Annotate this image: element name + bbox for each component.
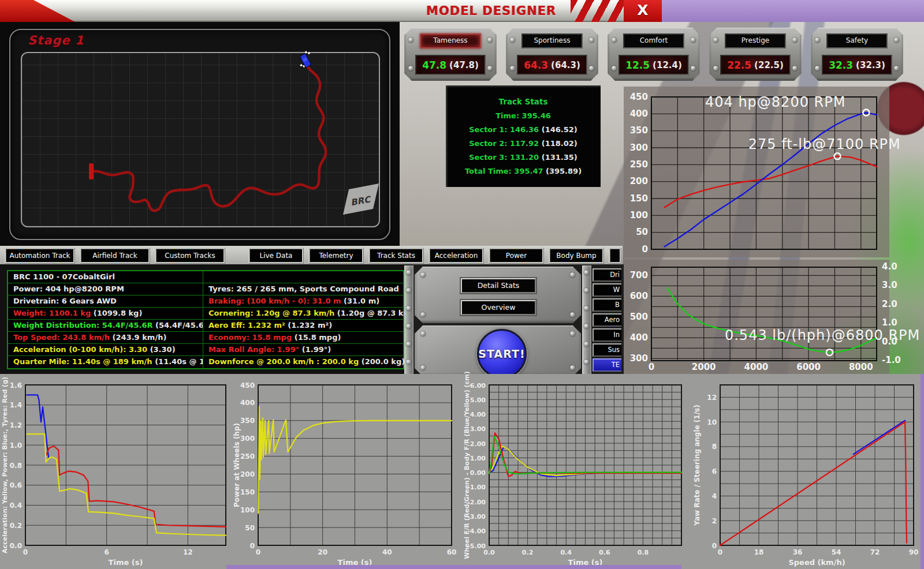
x-tick-label: 8000 bbox=[849, 362, 873, 372]
screw-icon bbox=[510, 66, 515, 71]
y-tick-label: 1.6 bbox=[10, 381, 22, 390]
gauge-reading: 22.5 bbox=[727, 59, 751, 71]
table-cell: Cornering: 1.20g @ 87.3 km/h (1.20g @ 87… bbox=[203, 308, 423, 319]
gauge-label-comfort[interactable]: Comfort bbox=[623, 33, 684, 48]
start-button[interactable]: START! bbox=[477, 329, 527, 379]
y-tick-label: 150 bbox=[630, 193, 648, 204]
table-row: Acceleration (0-100 km/h): 3.30 (3.30)Ma… bbox=[8, 344, 423, 356]
gauge-row: Tameness47.8(47.8)Sportiness64.3(64.3)Co… bbox=[404, 28, 903, 81]
screw-icon bbox=[584, 324, 589, 329]
screw-icon bbox=[406, 288, 411, 293]
screw-icon bbox=[570, 312, 575, 317]
x-axis-title: Speed (km/h) bbox=[788, 558, 845, 567]
y-tick-label: 4 bbox=[712, 492, 717, 500]
gauge-label-tameness[interactable]: Tameness bbox=[420, 33, 481, 48]
screw-icon bbox=[713, 66, 718, 71]
table-row: Top Speed: 243.8 km/h (243.9 km/h)Econom… bbox=[8, 332, 423, 344]
y-tick-label: 12 bbox=[707, 394, 717, 402]
y-tick-label: 50 bbox=[636, 227, 648, 237]
gauge-reading-paren: (12.4) bbox=[653, 60, 682, 70]
setup-button-aero[interactable]: Aero bbox=[593, 313, 621, 327]
y-tick-label: 350 bbox=[240, 417, 255, 425]
track-stats-panel: Track Stats Time: 395.46Sector 1: 146.36… bbox=[446, 85, 601, 187]
x-tick-label: 20 bbox=[318, 548, 327, 556]
annotation-label: 0.543 lb/(hph)@6800 RPM bbox=[725, 327, 920, 343]
screw-icon bbox=[570, 331, 575, 336]
gauge-label-sportiness[interactable]: Sportiness bbox=[521, 33, 583, 48]
y-tick-label: 0.2 bbox=[10, 522, 22, 530]
tab-track-stats[interactable]: Track Stats bbox=[368, 248, 424, 264]
overview-button[interactable]: Overview bbox=[461, 300, 536, 315]
table-cell: Quarter Mile: 11.40s @ 189 km/h (11.40s … bbox=[8, 356, 203, 368]
y-tick-label: 1.4 bbox=[10, 401, 22, 409]
table-cell: Power: 404 hp@8200 RPM bbox=[8, 283, 203, 295]
table-cell: Downforce @ 200.0 km/h : 200.0 kg (200.0… bbox=[203, 356, 423, 368]
gauge-safety: Safety32.3(32.3) bbox=[811, 28, 903, 81]
setup-button-sus[interactable]: Sus bbox=[593, 343, 621, 357]
gauge-value-safety: 32.3(32.3) bbox=[822, 55, 892, 75]
screw-icon bbox=[406, 360, 411, 365]
series-power-hp bbox=[665, 113, 877, 246]
gauge-value-prestige: 22.5(22.5) bbox=[720, 55, 791, 75]
screw-icon bbox=[420, 331, 426, 336]
tab-partial[interactable] bbox=[609, 248, 621, 264]
tab-power[interactable]: Power bbox=[489, 248, 544, 264]
setup-button-dri[interactable]: Dri bbox=[593, 268, 621, 282]
y-tick-label: 500 bbox=[630, 312, 648, 322]
setup-button-w[interactable]: W bbox=[593, 283, 621, 297]
tab-automation-track[interactable]: Automation Track bbox=[5, 248, 75, 264]
y-tick-label: 0 bbox=[642, 244, 648, 254]
tab-airfield-track[interactable]: Airfield Track bbox=[80, 248, 150, 264]
screw-icon bbox=[584, 288, 589, 293]
table-cell: Weight Distribution: 54.4F/45.6R (54.4F/… bbox=[8, 320, 203, 331]
tab-custom-tracks[interactable]: Custom Tracks bbox=[155, 248, 225, 264]
y-tick-label: 6 bbox=[712, 467, 717, 476]
gauge-label-safety[interactable]: Safety bbox=[826, 33, 888, 48]
y-tick-label: 2.00 bbox=[470, 440, 486, 448]
close-button[interactable]: X bbox=[624, 0, 662, 22]
screw-icon bbox=[792, 66, 798, 71]
track-start-marker bbox=[89, 163, 94, 179]
tab-body-bump[interactable]: Body Bump bbox=[549, 248, 604, 264]
gauge-reading: 32.3 bbox=[829, 59, 853, 71]
chart-acceleration: 0.00.20.40.60.81.01.21.41.60612Accelerat… bbox=[0, 374, 231, 569]
y-tick-label: 400 bbox=[240, 399, 255, 407]
screw-icon bbox=[510, 38, 515, 43]
screw-icon bbox=[589, 66, 594, 71]
gauge-reading: 12.5 bbox=[625, 59, 650, 71]
x-tick-label: 18 bbox=[754, 548, 764, 556]
gauge-comfort: Comfort12.5(12.4) bbox=[608, 28, 700, 81]
y-tick-label: 10 bbox=[707, 418, 717, 426]
tab-live-data[interactable]: Live Data bbox=[248, 248, 304, 264]
screw-icon bbox=[408, 66, 413, 71]
y-tick-label: 150 bbox=[240, 488, 255, 496]
detail-stats-button[interactable]: Detail Stats bbox=[461, 278, 536, 293]
table-cell: Economy: 15.8 mpg (15.8 mpg) bbox=[203, 332, 423, 343]
gauge-label-prestige[interactable]: Prestige bbox=[725, 33, 786, 48]
y-tick-label: 1.2 bbox=[10, 421, 22, 429]
setup-button-te[interactable]: TE bbox=[593, 358, 621, 372]
setup-button-b[interactable]: B bbox=[593, 298, 621, 312]
setup-button-in[interactable]: In bbox=[593, 328, 621, 342]
table-cell: Top Speed: 243.8 km/h (243.9 km/h) bbox=[8, 332, 203, 343]
series-reference bbox=[854, 421, 905, 455]
screw-icon bbox=[570, 272, 575, 278]
annotation-label: 275 ft-lb@7100 RPM bbox=[748, 136, 901, 152]
track-path bbox=[93, 66, 326, 211]
table-cell: Max Roll Angle: 1.99° (1.99°) bbox=[203, 344, 423, 355]
title-bar-purple-strip bbox=[662, 0, 924, 22]
stats-buttons-plate: Detail Stats Overview bbox=[415, 267, 581, 323]
tab-acceleration[interactable]: Acceleration bbox=[429, 248, 484, 264]
hinge-strip-right bbox=[582, 265, 591, 375]
gauge-value-comfort: 12.5(12.4) bbox=[619, 55, 689, 75]
table-cell: BRC 1100 - 07CobaltGirl bbox=[8, 271, 203, 283]
y-tick-label: 8 bbox=[712, 443, 717, 451]
tab-telemetry[interactable]: Telemetry bbox=[308, 248, 364, 264]
track-map: BRC bbox=[21, 52, 380, 227]
y-tick-label: 1.00 bbox=[470, 455, 486, 462]
y-tick-label: 0.00 bbox=[470, 469, 486, 477]
y-tick-label: 3.00 bbox=[470, 425, 486, 433]
y-tick-label: 450 bbox=[630, 92, 648, 102]
table-row: BRC 1100 - 07CobaltGirl bbox=[8, 271, 423, 283]
x-tick-label: 0.4 bbox=[560, 549, 572, 556]
